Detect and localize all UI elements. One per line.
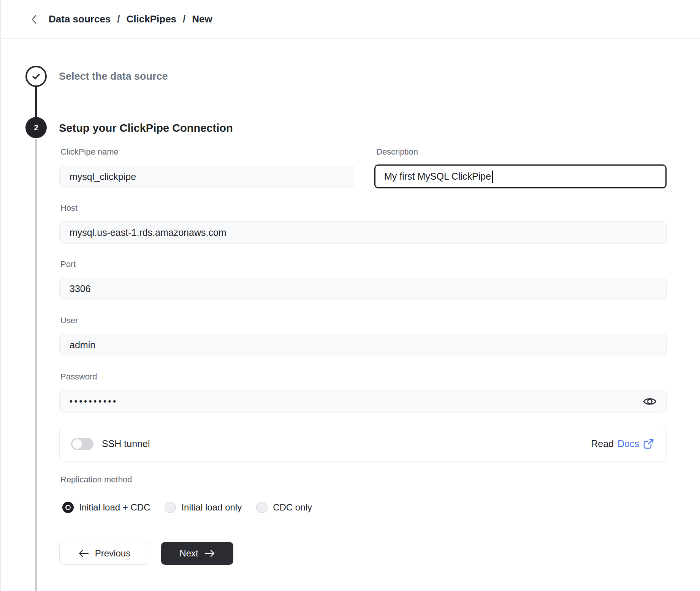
text-cursor [492,171,493,183]
radio-option-label[interactable]: CDC only [273,502,312,513]
stepper-connector-dark [35,86,37,118]
clickpipe-name-label: ClickPipe name [60,147,119,157]
breadcrumb-separator: / [183,13,185,25]
ssh-tunnel-control: SSH tunnel [71,438,150,450]
toggle-knob [72,439,82,449]
step2-active-circle: 2 [25,117,47,138]
replication-method-label: Replication method [60,475,132,485]
radio-selected-icon[interactable] [62,502,74,513]
description-value: My first MySQL ClickPipe [384,171,491,182]
breadcrumb-clickpipes[interactable]: ClickPipes [127,13,177,25]
check-icon [32,73,40,80]
step2-title: Setup your ClickPipe Connection [59,122,233,134]
previous-button[interactable]: Previous [59,542,149,565]
radio-option-label[interactable]: Initial load + CDC [79,502,150,513]
breadcrumb: Data sources / ClickPipes / New [49,13,212,25]
password-input[interactable] [59,390,667,412]
step1-title[interactable]: Select the data source [59,71,168,82]
radio-unselected-icon[interactable] [256,502,268,513]
docs-link-text: Docs [618,438,639,449]
host-input[interactable] [59,221,667,244]
radio-unselected-icon[interactable] [165,502,176,513]
step2-number: 2 [34,123,38,132]
host-label: Host [60,203,78,213]
arrow-right-icon [204,550,215,557]
breadcrumb-header: Data sources / ClickPipes / New [1,0,700,39]
replication-options: Initial load + CDC Initial load only CDC… [62,502,312,513]
next-button[interactable]: Next [161,542,233,565]
read-text: Read [591,438,614,449]
radio-option-cdc-only[interactable]: CDC only [256,502,312,513]
clickpipe-setup-page: Data sources / ClickPipes / New 2 Select… [0,0,700,591]
ssh-tunnel-panel: SSH tunnel Read Docs [59,426,667,462]
clickpipe-name-input[interactable] [59,166,354,188]
external-link-icon [643,438,654,449]
show-password-button[interactable] [642,394,657,409]
port-input[interactable] [59,278,667,300]
ssh-tunnel-toggle[interactable] [71,438,93,450]
description-input[interactable]: My first MySQL ClickPipe [374,164,667,188]
radio-option-initial-load-only[interactable]: Initial load only [165,502,242,513]
previous-button-label: Previous [95,548,130,559]
description-label: Description [376,147,418,157]
breadcrumb-data-sources[interactable]: Data sources [49,13,111,25]
chevron-left-icon [31,14,37,24]
docs-link[interactable]: Docs [618,438,654,449]
step1-completed-circle[interactable] [25,66,47,87]
breadcrumb-new[interactable]: New [192,13,212,25]
user-label: User [60,316,78,326]
port-label: Port [60,259,76,269]
ssh-tunnel-label: SSH tunnel [102,438,150,449]
next-button-label: Next [179,548,198,559]
user-input[interactable] [59,334,667,356]
eye-icon [643,396,657,407]
back-button[interactable] [27,13,40,26]
arrow-left-icon [78,550,89,557]
radio-option-initial-load-cdc[interactable]: Initial load + CDC [62,502,150,513]
password-label: Password [60,372,97,382]
stepper-connector-gray [35,139,37,591]
breadcrumb-separator: / [117,13,120,25]
ssh-docs: Read Docs [591,438,654,449]
radio-option-label[interactable]: Initial load only [181,502,242,513]
